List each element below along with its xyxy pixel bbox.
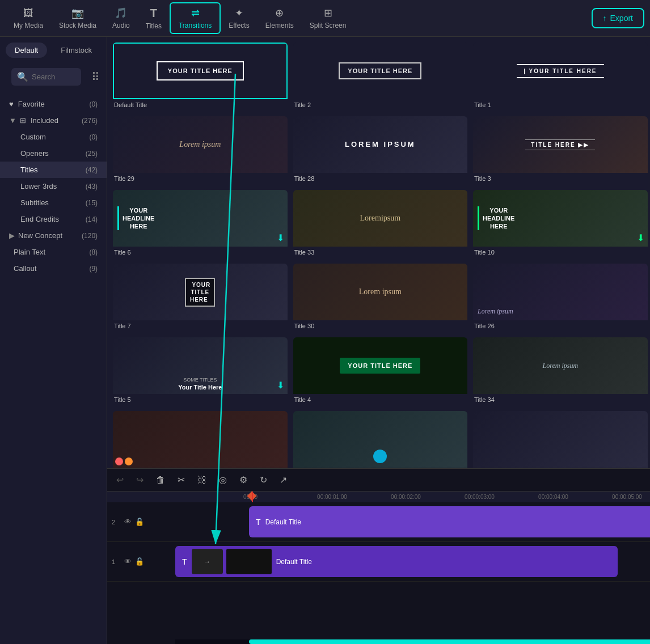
video-thumbnail [226,549,272,574]
loop-button[interactable]: ↻ [258,473,269,486]
ruler-marks: 00:00 00:00:01:00 00:00:02:00 00:00:03:0… [175,494,650,500]
content-area: YOUR TITLE HERE Default Title YOUR TITLE… [107,37,650,644]
scrollbar-thumb[interactable] [249,639,650,644]
thumb-title-6: YOURHEADLINEHERE ⬇ [113,190,288,247]
main-layout: Default Filmstock 🔍 ⠿ ♥ Favorite (0) ▼ ⊞… [0,37,650,644]
thumb-title-29: Lorem ipsum [113,116,288,173]
category-titles[interactable]: Titles (42) [0,162,107,178]
expand-icon: ▼ [9,116,16,125]
thumb-title-10: YOURHEADLINEHERE ⬇ [473,190,648,247]
track-1-content[interactable]: T → Default Title [175,542,650,581]
thumb-title-2: YOUR TITLE HERE [293,43,468,99]
category-included[interactable]: ▼ ⊞ Included (276) [0,112,107,129]
track-2-clip[interactable]: T Default Title [249,506,650,537]
thumb-title-34: Lorem ipsum [473,337,648,394]
thumb-more3 [473,411,648,468]
grid-item-more2[interactable] [293,411,468,468]
category-openers[interactable]: Openers (25) [0,145,107,162]
category-list: ♥ Favorite (0) ▼ ⊞ Included (276) Custom… [0,91,107,644]
category-lower-3rds[interactable]: Lower 3rds (43) [0,178,107,194]
grid-item-title-28[interactable]: LOREM IPSUM Title 28 [293,116,468,184]
category-callout[interactable]: Callout (9) [0,260,107,277]
thumb-title-4: YOUR TITLE HERE [293,337,468,394]
sticker-button[interactable]: ◎ [217,473,229,486]
track-2-eye[interactable]: 👁 [124,518,132,526]
timeline-toolbar: ↩ ↪ 🗑 ✂ ⛓ ◎ ⚙ ↻ ↗ ⊕ ⊘ [107,469,650,492]
thumb-title-28: LOREM IPSUM [293,116,468,173]
thumb-title-7: YOURTITLEHERE [113,264,288,320]
nav-effects[interactable]: ✦ Effects [221,3,257,33]
track-2-lock[interactable]: 🔓 [135,518,144,526]
thumb-default-title: YOUR TITLE HERE [113,43,288,99]
grid-item-title-26[interactable]: Lorem ipsum Title 26 [473,264,648,332]
grid-item-title-34[interactable]: Lorem ipsum Title 34 [473,337,648,405]
cut-button[interactable]: ✂ [175,473,187,486]
grid-layout-icon[interactable]: ⠿ [91,70,101,84]
grid-item-more1[interactable] [113,411,288,468]
timeline-scrollbar[interactable] [175,639,650,644]
grid-item-title-1[interactable]: | YOUR TITLE HERE Title 1 [473,43,648,111]
thumb-title-26: Lorem ipsum [473,264,648,320]
grid-item-title-29[interactable]: Lorem ipsum Title 29 [113,116,288,184]
export-button[interactable]: ↑ Export [592,8,644,28]
track-2-controls: 2 👁 🔓 [107,518,175,526]
timeline-area: ↩ ↪ 🗑 ✂ ⛓ ◎ ⚙ ↻ ↗ ⊕ ⊘ [107,468,650,644]
nav-audio[interactable]: 🎵 Audio [104,3,138,33]
grid-item-title-2[interactable]: YOUR TITLE HERE Title 2 [293,43,468,111]
tab-default[interactable]: Default [6,43,47,58]
redo-button[interactable]: ↪ [134,473,146,486]
category-plain-text[interactable]: Plain Text (8) [0,244,107,260]
grid-item-more3[interactable] [473,411,648,468]
track-2: 2 👁 🔓 T Default Title [107,502,650,542]
grid-item-title-7[interactable]: YOURTITLEHERE Title 7 [113,264,288,332]
grid-item-title-3[interactable]: TITLE HERE ▶▶ Title 3 [473,116,648,184]
title-clip-icon-1: T [182,557,187,566]
left-panel: Default Filmstock 🔍 ⠿ ♥ Favorite (0) ▼ ⊞… [0,37,107,644]
category-end-credits[interactable]: End Credits (14) [0,211,107,227]
my-media-icon: 🖼 [23,7,33,19]
download-icon-5: ⬇ [277,380,284,391]
nav-my-media[interactable]: 🖼 My Media [6,4,51,33]
search-bar[interactable]: 🔍 [11,68,81,86]
included-icon: ⊞ [20,116,26,125]
category-subtitles[interactable]: Subtitles (15) [0,194,107,211]
grid-item-title-5[interactable]: SOME TITLES Your Title Here ⬇ Title 5 [113,337,288,405]
grid-item-title-33[interactable]: Loremipsum Title 33 [293,190,468,258]
track-1-lock[interactable]: 🔓 [135,557,144,566]
thumb-title-33: Loremipsum [293,190,468,247]
track-1-eye[interactable]: 👁 [124,557,132,566]
grid-item-default-title[interactable]: YOUR TITLE HERE Default Title [113,43,288,111]
grid-item-title-10[interactable]: YOURHEADLINEHERE ⬇ Title 10 [473,190,648,258]
undo-button[interactable]: ↩ [114,473,126,486]
category-custom[interactable]: Custom (0) [0,129,107,145]
nav-transitions[interactable]: ⇌ Transitions [170,2,221,34]
export-icon: ↑ [603,14,607,23]
category-favorite[interactable]: ♥ Favorite (0) [0,96,107,112]
grid-item-title-30[interactable]: Lorem ipsum Title 30 [293,264,468,332]
audio-icon: 🎵 [115,7,127,19]
grid-item-title-6[interactable]: YOURHEADLINEHERE ⬇ Title 6 [113,190,288,258]
effects-icon: ✦ [235,7,243,19]
transitions-icon: ⇌ [191,7,200,19]
stock-media-icon: 📷 [71,7,84,19]
thumb-title-30: Lorem ipsum [293,264,468,320]
track-1-clip[interactable]: T → Default Title [175,546,618,577]
category-new-concept[interactable]: ▶ New Concept (120) [0,227,107,244]
search-input[interactable] [32,73,75,81]
unlink-button[interactable]: ⛓ [195,474,209,486]
nav-elements[interactable]: ⊕ Elements [258,3,302,33]
export-timeline-button[interactable]: ↗ [277,473,289,486]
nav-titles[interactable]: T Titles [138,3,170,33]
grid-item-title-4[interactable]: YOUR TITLE HERE Title 4 [293,337,468,405]
titles-icon: T [150,7,157,20]
clip-thumbnail: → [192,549,223,574]
adjust-button[interactable]: ⚙ [237,473,250,486]
track-1: 1 👁 🔓 T → Default Title [107,542,650,582]
delete-button[interactable]: 🗑 [154,474,167,486]
panel-tabs: Default Filmstock [0,37,107,58]
track-2-content[interactable]: T Default Title [175,502,650,541]
tab-filmstock[interactable]: Filmstock [52,43,101,58]
nav-split-screen[interactable]: ⊞ Split Screen [302,3,354,33]
thumb-title-1: | YOUR TITLE HERE [473,43,648,99]
nav-stock-media[interactable]: 📷 Stock Media [51,3,104,33]
